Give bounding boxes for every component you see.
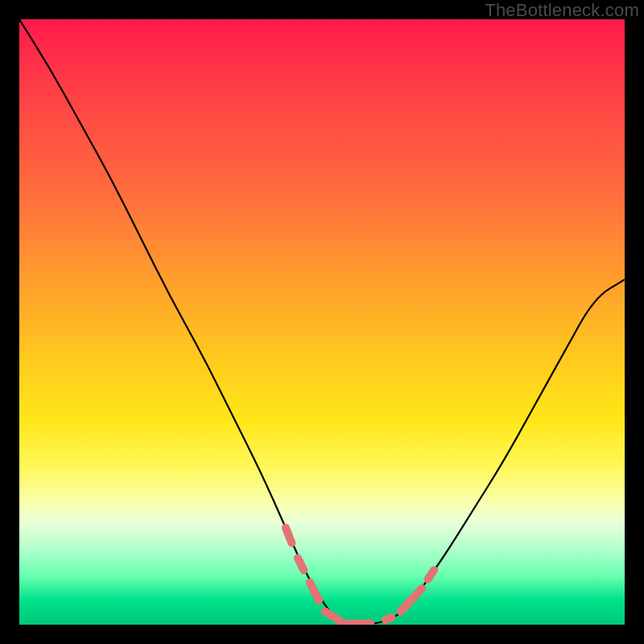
bottleneck-curve [19,19,625,625]
highlight-dash [298,558,304,570]
highlight-dash [401,588,422,612]
chart-svg [19,19,625,625]
highlight-dash [310,582,319,601]
watermark-text: TheBottleneck.com [485,0,639,21]
highlight-dash [286,528,292,543]
chart-frame: TheBottleneck.com [0,0,644,644]
highlight-dash [428,570,435,579]
plot-area [19,19,625,625]
highlight-dash [325,612,341,621]
highlight-dash [386,617,392,620]
